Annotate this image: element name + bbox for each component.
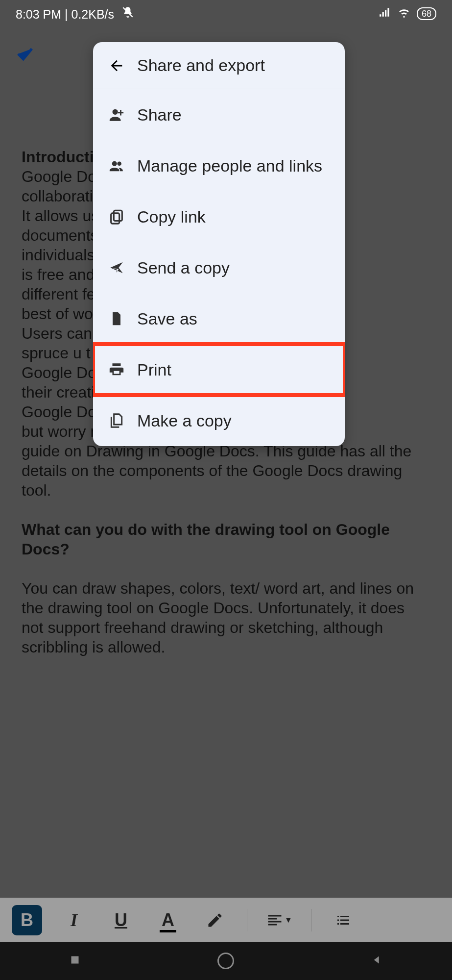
menu-item-label: Send a copy [137,258,230,277]
wifi-icon [397,5,411,22]
svg-point-4 [117,162,121,166]
menu-item-label: Make a copy [137,411,232,430]
toolbar-separator [311,909,311,931]
home-button[interactable] [217,953,234,969]
chevron-down-icon: ▼ [285,916,292,925]
android-navbar [0,942,452,980]
people-icon [105,157,128,174]
menu-item-copy-link[interactable]: Copy link [93,191,345,242]
menu-title: Share and export [137,56,265,75]
format-toolbar: B I U A ▼ [0,898,452,942]
menu-item-save-as[interactable]: Save as [93,293,345,344]
menu-item-manage-people[interactable]: Manage people and links [93,140,345,191]
italic-button[interactable]: I [59,905,89,935]
svg-rect-5 [114,210,122,221]
share-export-menu: Share and export Share Manage people and… [93,42,345,446]
menu-item-label: Manage people and links [137,156,322,176]
text-color-button[interactable]: A [153,905,183,935]
menu-item-label: Copy link [137,207,206,226]
menu-item-label: Print [137,360,171,379]
doc-heading-2: What can you do with the drawing tool on… [22,520,430,559]
signal-icon [379,6,391,22]
menu-header: Share and export [93,42,345,89]
svg-rect-1 [71,956,79,964]
underline-button[interactable]: U [106,905,136,935]
menu-back-button[interactable] [105,57,128,74]
menu-item-make-copy[interactable]: Make a copy [93,395,345,446]
list-button[interactable] [328,905,358,935]
highlight-button[interactable] [200,905,230,935]
menu-item-label: Share [137,105,182,125]
svg-point-2 [113,109,118,115]
duplicate-icon [105,413,128,428]
svg-rect-6 [111,213,119,224]
menu-item-share[interactable]: Share [93,89,345,140]
svg-point-3 [112,161,117,166]
doc-para-2: You can draw shapes, colors, text/ word … [22,578,430,657]
bold-button[interactable]: B [12,905,42,935]
mute-icon [121,7,134,21]
recent-apps-button[interactable] [68,953,82,969]
status-speed: 0.2KB/s [71,7,115,21]
menu-item-label: Save as [137,309,197,328]
print-icon [105,361,128,378]
done-check-icon[interactable] [15,44,35,69]
status-bar: 8:03 PM | 0.2KB/s 68 [0,0,452,27]
status-left: 8:03 PM | 0.2KB/s [16,6,134,22]
copy-icon [105,208,128,225]
person-add-icon [105,106,128,123]
doc-heading-intro: Introductio [22,148,103,166]
menu-item-print[interactable]: Print [93,344,345,395]
menu-item-send-copy[interactable]: Send a copy [93,242,345,293]
status-time: 8:03 PM [16,7,61,21]
toolbar-separator [247,909,247,931]
align-button[interactable]: ▼ [264,905,294,935]
back-button[interactable] [370,953,384,969]
send-icon [105,259,128,276]
file-icon [105,311,128,327]
battery-indicator: 68 [417,7,436,20]
status-right: 68 [379,5,436,22]
